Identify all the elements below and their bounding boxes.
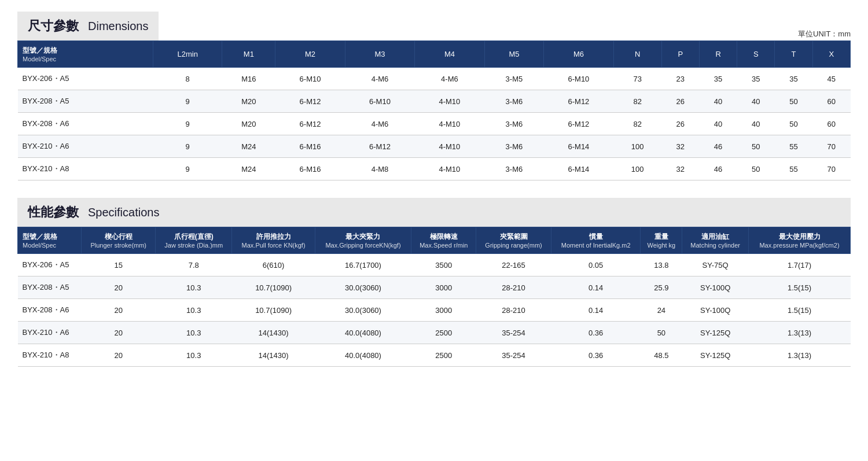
data-cell: 1.5(15) — [749, 276, 851, 299]
data-cell: SY-125Q — [682, 322, 749, 344]
dimensions-header-row: 型號／規格 Model/Spec L2min M1 M2 M3 M4 M5 M6… — [18, 41, 851, 68]
data-cell: 10.3 — [156, 344, 232, 367]
data-cell: 35 — [699, 68, 737, 90]
data-cell: 73 — [613, 68, 661, 90]
dimensions-tbody: BYX-206・A58M166-M104-M64-M63-M56-M107323… — [18, 68, 851, 180]
table-row: BYX-206・A58M166-M104-M64-M63-M56-M107323… — [18, 68, 851, 90]
data-cell: 24 — [641, 299, 682, 322]
data-cell: 3-M6 — [484, 113, 544, 135]
table-row: BYX-208・A52010.310.7(1090)30.0(3060)3000… — [18, 276, 851, 299]
data-cell: 0.36 — [551, 344, 641, 367]
data-cell: 32 — [661, 158, 699, 180]
dim-col-m3: M3 — [345, 41, 414, 68]
data-cell: 45 — [812, 68, 850, 90]
spec-col-pull: 許用推拉力 Max.Pull force KN(kgf) — [232, 227, 315, 254]
data-cell: 60 — [812, 90, 850, 113]
data-cell: 28-210 — [476, 276, 551, 299]
data-cell: 6-M14 — [544, 158, 613, 180]
data-cell: 6-M12 — [544, 113, 613, 135]
data-cell: 40 — [699, 90, 737, 113]
model-cell: BYX-208・A5 — [18, 90, 153, 113]
data-cell: 23 — [661, 68, 699, 90]
data-cell: M20 — [222, 90, 275, 113]
data-cell: 3-M6 — [484, 158, 544, 180]
data-cell: 4-M10 — [415, 135, 484, 158]
data-cell: 10.7(1090) — [232, 299, 315, 322]
dim-col-s: S — [737, 41, 775, 68]
data-cell: M24 — [222, 135, 275, 158]
model-cell: BYX-206・A5 — [18, 68, 153, 90]
data-cell: 46 — [699, 158, 737, 180]
data-cell: 15 — [82, 254, 156, 276]
specifications-title-en: Specifications — [88, 206, 159, 219]
model-cell: BYX-208・A5 — [18, 276, 82, 299]
data-cell: 48.5 — [641, 344, 682, 367]
data-cell: 50 — [737, 135, 775, 158]
data-cell: 6-M12 — [345, 135, 414, 158]
data-cell: 9 — [153, 158, 222, 180]
dim-col-r: R — [699, 41, 737, 68]
data-cell: 1.5(15) — [749, 299, 851, 322]
data-cell: 35-254 — [476, 344, 551, 367]
data-cell: SY-75Q — [682, 254, 749, 276]
data-cell: 3-M5 — [484, 68, 544, 90]
data-cell: 6-M10 — [345, 90, 414, 113]
data-cell: M24 — [222, 158, 275, 180]
data-cell: 10.3 — [156, 299, 232, 322]
data-cell: 6-M10 — [544, 68, 613, 90]
dim-col-m5: M5 — [484, 41, 544, 68]
model-cell: BYX-210・A6 — [18, 322, 82, 344]
spec-col-pressure: 最大使用壓力 Max.pressure MPa(kgf/cm2) — [749, 227, 851, 254]
data-cell: 30.0(3060) — [315, 276, 411, 299]
spec-col-cylinder: 適用油缸 Matching cylinder — [682, 227, 749, 254]
data-cell: 3000 — [411, 299, 476, 322]
data-cell: 26 — [661, 90, 699, 113]
data-cell: 82 — [613, 113, 661, 135]
model-cell: BYX-210・A8 — [18, 344, 82, 367]
dim-col-model: 型號／規格 Model/Spec — [18, 41, 153, 68]
data-cell: SY-100Q — [682, 299, 749, 322]
data-cell: 6-M10 — [275, 68, 345, 90]
data-cell: 6-M14 — [544, 135, 613, 158]
data-cell: 100 — [613, 135, 661, 158]
data-cell: 40.0(4080) — [315, 322, 411, 344]
table-row: BYX-208・A62010.310.7(1090)30.0(3060)3000… — [18, 299, 851, 322]
data-cell: 14(1430) — [232, 344, 315, 367]
data-cell: SY-125Q — [682, 344, 749, 367]
data-cell: 2500 — [411, 322, 476, 344]
data-cell: 55 — [775, 158, 812, 180]
table-row: BYX-208・A69M206-M124-M64-M103-M66-M12822… — [18, 113, 851, 135]
dim-col-m1: M1 — [222, 41, 275, 68]
specifications-title-zh: 性能參數 — [28, 204, 79, 221]
data-cell: 35-254 — [476, 322, 551, 344]
data-cell: 1.7(17) — [749, 254, 851, 276]
data-cell: 10.7(1090) — [232, 276, 315, 299]
model-cell: BYX-208・A6 — [18, 113, 153, 135]
dim-col-n: N — [613, 41, 661, 68]
data-cell: 4-M6 — [345, 113, 414, 135]
dimensions-title: 尺寸參數 Dimensions — [17, 12, 159, 40]
data-cell: 40 — [737, 90, 775, 113]
data-cell: M20 — [222, 113, 275, 135]
data-cell: 0.14 — [551, 276, 641, 299]
data-cell: 6-M12 — [275, 113, 345, 135]
model-cell: BYX-208・A6 — [18, 299, 82, 322]
data-cell: 14(1430) — [232, 322, 315, 344]
specifications-title: 性能參數 Specifications — [17, 198, 851, 227]
model-cell: BYX-210・A6 — [18, 135, 153, 158]
data-cell: 70 — [812, 158, 850, 180]
data-cell: M16 — [222, 68, 275, 90]
spec-col-inertia: 慣量 Moment of InertialKg.m2 — [551, 227, 641, 254]
data-cell: 40 — [699, 113, 737, 135]
dimensions-thead: 型號／規格 Model/Spec L2min M1 M2 M3 M4 M5 M6… — [18, 41, 851, 68]
dim-col-m2: M2 — [275, 41, 345, 68]
dim-col-t: T — [775, 41, 812, 68]
spec-col-plunger: 楔心行程 Plunger stroke(mm) — [82, 227, 156, 254]
spec-col-range: 夾緊範圍 Gripping range(mm) — [476, 227, 551, 254]
data-cell: 40 — [737, 113, 775, 135]
dim-col-m4: M4 — [415, 41, 484, 68]
data-cell: 1.3(13) — [749, 344, 851, 367]
data-cell: 0.14 — [551, 299, 641, 322]
data-cell: 3000 — [411, 276, 476, 299]
unit-label: 單位UNIT：mm — [798, 29, 851, 39]
